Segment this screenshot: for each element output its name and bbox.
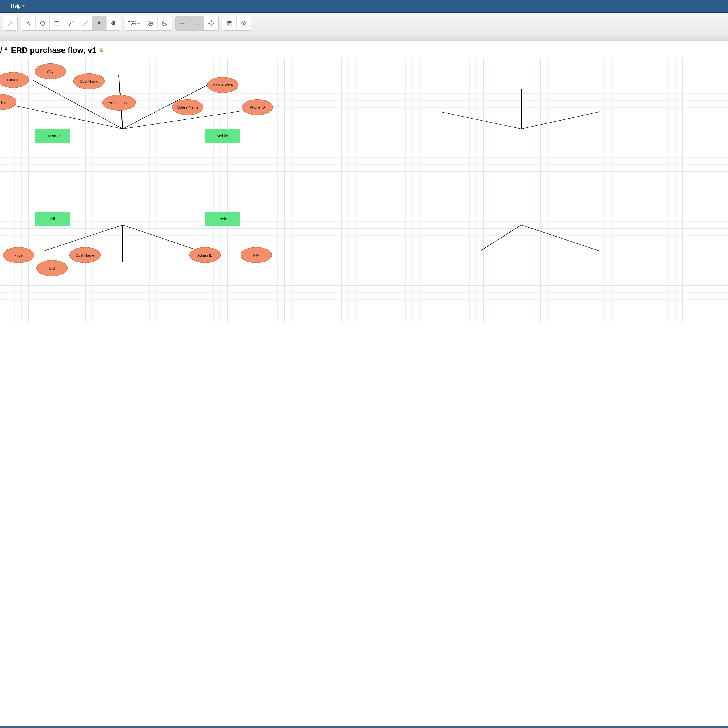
tool-group-shapes: A	[21, 16, 121, 31]
circle-icon	[40, 20, 46, 26]
entity-label: Bill	[50, 217, 55, 221]
toolbar-shelf	[0, 35, 728, 41]
attr-label: ne No	[0, 100, 6, 104]
text-tool-button[interactable]: A	[21, 16, 35, 31]
format-painter-button[interactable]	[3, 16, 17, 31]
attr-pw[interactable]: PW	[240, 247, 272, 263]
attr-cust-id[interactable]: Cust ID	[0, 72, 29, 88]
attr-amount-paid[interactable]: Amount paid	[102, 95, 136, 111]
ellipse-tool-button[interactable]	[35, 16, 50, 31]
attr-mobile-price[interactable]: Mobile Price	[207, 77, 238, 93]
chevron-down-icon	[138, 23, 140, 24]
entity-label: Mobile	[216, 134, 228, 138]
minus-circle-icon	[162, 20, 168, 26]
tool-group-paint	[3, 16, 18, 31]
pan-tool-button[interactable]	[107, 16, 121, 31]
grid-icon	[194, 20, 200, 26]
entity-label: Login	[217, 217, 227, 221]
attr-cust-name[interactable]: Cust Name	[73, 73, 105, 89]
attr-phone-id[interactable]: Phone ID	[242, 99, 273, 115]
entity-login[interactable]: Login	[205, 212, 240, 226]
svg-point-0	[40, 21, 44, 26]
attr-label: Phone ID	[250, 105, 265, 110]
attr-label: PW	[253, 253, 259, 257]
snap-grid-button[interactable]	[190, 16, 204, 31]
svg-rect-18	[229, 21, 231, 23]
paintbrush-icon	[7, 20, 13, 26]
svg-line-31	[122, 225, 200, 251]
entity-bill[interactable]: Bill	[35, 212, 70, 226]
attr-label: Cust Name	[76, 253, 94, 257]
crosshair-icon	[180, 20, 186, 26]
connector-tool-button[interactable]	[64, 16, 78, 31]
snap-icon	[208, 20, 214, 26]
svg-rect-17	[227, 21, 229, 23]
chevron-down-icon	[23, 5, 25, 7]
line-icon	[82, 20, 89, 26]
zoom-select[interactable]: 75%	[125, 16, 143, 31]
snap-object-button[interactable]	[204, 16, 219, 31]
svg-line-24	[3, 103, 123, 129]
zoom-out-button[interactable]	[158, 16, 172, 31]
svg-line-32	[480, 225, 521, 251]
text-icon: A	[26, 20, 31, 27]
pointer-icon	[96, 20, 102, 26]
entity-customer[interactable]: Customer	[35, 129, 70, 143]
attr-city[interactable]: City	[35, 63, 66, 80]
attr-bid[interactable]: Bid	[37, 260, 68, 276]
lock-icon	[99, 48, 104, 53]
menubar: Help	[0, 0, 728, 12]
menu-help-label: Help	[11, 3, 21, 9]
svg-line-28	[521, 112, 600, 129]
line-tool-button[interactable]	[78, 16, 92, 31]
attr-label: Cust ID	[7, 78, 19, 82]
attr-label: Price	[14, 253, 23, 257]
tool-group-zoom: 75%	[125, 16, 172, 31]
attr-label: Bid	[49, 266, 55, 271]
attr-label: Mobile Name	[177, 105, 199, 110]
palette-icon	[226, 20, 232, 26]
canvas-wrap: Customer Cust ID City Cust Name ne No Am…	[0, 58, 728, 322]
layers-button[interactable]	[237, 16, 251, 31]
layers-icon	[240, 20, 247, 26]
entity-mobile[interactable]: Mobile	[205, 129, 240, 143]
svg-rect-20	[229, 23, 231, 25]
attr-cust-name-bill[interactable]: Cust Name	[69, 247, 101, 263]
attr-phone-no[interactable]: ne No	[0, 94, 17, 110]
attr-label: Admin ID	[197, 253, 213, 257]
svg-rect-19	[227, 23, 229, 25]
attr-label: Mobile Price	[213, 83, 233, 87]
svg-line-27	[440, 112, 521, 129]
breadcrumb-prefix: / *	[0, 46, 8, 55]
document-titlebar: / * ERD purchase flow, v1	[0, 41, 728, 58]
hand-icon	[111, 20, 117, 26]
page-title[interactable]: ERD purchase flow, v1	[11, 46, 96, 55]
zoom-in-button[interactable]	[143, 16, 158, 31]
attr-label: Amount paid	[109, 101, 130, 105]
snap-guides-button[interactable]	[176, 16, 190, 31]
square-icon	[54, 20, 60, 26]
color-palette-button[interactable]	[222, 16, 237, 31]
attr-admin-id[interactable]: Admin ID	[190, 247, 221, 263]
entity-label: Customer	[44, 134, 61, 138]
svg-rect-12	[210, 22, 213, 25]
attr-mobile-name[interactable]: Mobile Name	[172, 99, 203, 115]
attr-price[interactable]: Price	[3, 247, 34, 263]
zoom-label: 75%	[128, 21, 137, 26]
svg-rect-1	[55, 21, 59, 25]
menu-help[interactable]: Help	[6, 3, 30, 9]
svg-line-4	[83, 21, 87, 26]
connector-icon	[68, 20, 74, 26]
attr-label: City	[47, 69, 54, 73]
diagram-canvas[interactable]: Customer Cust ID City Cust Name ne No Am…	[0, 58, 728, 322]
toolbar: A 75%	[0, 12, 728, 35]
rect-tool-button[interactable]	[50, 16, 64, 31]
select-tool-button[interactable]	[92, 16, 107, 31]
attr-label: Cust Name	[80, 80, 98, 84]
svg-line-33	[521, 225, 600, 251]
plus-circle-icon	[147, 20, 154, 26]
tool-group-view	[222, 16, 251, 31]
tool-group-snap	[176, 16, 219, 31]
